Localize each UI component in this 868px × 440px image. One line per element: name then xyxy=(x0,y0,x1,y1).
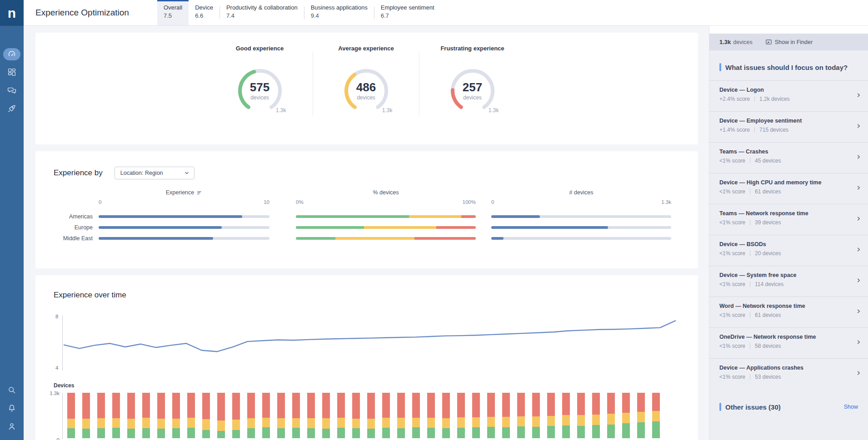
scores-gauge-icon xyxy=(7,49,16,59)
bar-segment-frustrating xyxy=(427,393,435,418)
bar-segment-average xyxy=(592,415,600,425)
bar-segment-good xyxy=(532,427,540,438)
accent-bar xyxy=(719,403,721,411)
issue-device-count: 45 devices xyxy=(755,158,781,164)
issue-item[interactable]: Device — Logon+2.4% score1.2k devices xyxy=(709,80,868,111)
issue-item[interactable]: Device — BSODs<1% score20 devices xyxy=(709,235,868,266)
bar-segment-average xyxy=(622,413,630,423)
bar-segment-frustrating xyxy=(67,393,75,419)
bar-segment-average xyxy=(157,419,165,429)
devices-bar xyxy=(457,393,465,438)
issue-item[interactable]: OneDrive — Network response time<1% scor… xyxy=(709,327,868,358)
sidebar-item-profile-person[interactable] xyxy=(0,417,24,435)
issue-device-count: 58 devices xyxy=(755,343,781,349)
device-count-fill xyxy=(491,237,504,240)
tab-score: 6.7 xyxy=(381,12,434,19)
issue-item[interactable]: Device — Applications crashes<1% score53… xyxy=(709,358,868,389)
region-row-middle-east[interactable]: Middle East xyxy=(54,233,680,244)
tab-device[interactable]: Device6.6 xyxy=(189,0,219,25)
sidebar-item-notifications-bell[interactable] xyxy=(0,399,24,417)
sort-descending-icon[interactable] xyxy=(196,190,202,196)
gauge-good-experience: Good experience575devices1.3k xyxy=(207,44,313,144)
issue-item[interactable]: Device — Employee sentiment+1.4% score71… xyxy=(709,111,868,142)
chevron-right-icon xyxy=(856,340,861,345)
other-issues-row: Other issues (30) Show xyxy=(709,403,868,411)
sidebar-item-search[interactable] xyxy=(0,381,24,399)
bar-segment-good xyxy=(232,430,240,438)
bar-segment-average xyxy=(232,420,240,430)
bar-segment-frustrating xyxy=(157,393,165,419)
bar-segment-average xyxy=(262,418,270,427)
bar-segment-good xyxy=(427,428,435,438)
issue-title: Device — Logon xyxy=(719,87,850,93)
tab-employee-sentiment[interactable]: Employee sentiment6.7 xyxy=(374,0,441,25)
experience-by-grid: Experience% devices# devices0100%100%01.… xyxy=(54,189,680,244)
group-by-dropdown[interactable]: Location: Region xyxy=(115,167,195,179)
devices-bar xyxy=(397,393,405,438)
region-label: Middle East xyxy=(54,235,99,242)
segment-good xyxy=(296,237,335,240)
region-row-americas[interactable]: Americas xyxy=(54,211,680,222)
bar-segment-frustrating xyxy=(352,393,360,419)
bar-segment-good xyxy=(352,428,360,438)
devices-scope-chip: 1.3k devices Show in Finder xyxy=(709,34,868,50)
issue-device-count: 20 devices xyxy=(755,250,781,257)
devices-stacked-bar-chart: 1.3k 0 xyxy=(62,393,680,439)
issues-panel: 1.3k devices Show in Finder What issues … xyxy=(709,26,868,440)
show-in-finder-label: Show in Finder xyxy=(775,39,813,45)
segment-average xyxy=(409,215,461,218)
bar-segment-average xyxy=(202,419,210,430)
region-row-europe[interactable]: Europe xyxy=(54,222,680,233)
column-header-experience: Experience xyxy=(99,189,269,196)
issue-item[interactable]: Device — System free space<1% score114 d… xyxy=(709,266,868,297)
bar-segment-average xyxy=(577,415,585,426)
show-other-issues-link[interactable]: Show xyxy=(844,404,858,410)
sidebar: n xyxy=(0,0,24,440)
sidebar-item-dashboards-grid[interactable] xyxy=(0,63,24,81)
issue-item[interactable]: Teams — Network response time<1% score39… xyxy=(709,204,868,235)
bar-segment-average xyxy=(472,417,480,427)
issue-score: +1.4% score xyxy=(719,127,750,133)
bar-segment-average xyxy=(217,420,225,431)
bar-segment-good xyxy=(367,429,375,438)
bar-segment-average xyxy=(247,418,255,428)
devices-bar xyxy=(322,393,330,438)
show-in-finder-button[interactable]: Show in Finder xyxy=(765,39,813,45)
segment-good xyxy=(296,226,364,229)
meta-divider xyxy=(750,251,750,256)
bar-segment-good xyxy=(382,428,390,438)
experience-score-bar xyxy=(99,237,269,240)
gauge-max-label: 1.3k xyxy=(276,107,286,114)
tab-business-applications[interactable]: Business applications9.4 xyxy=(304,0,374,25)
issue-meta: <1% score53 devices xyxy=(719,374,850,380)
issue-item[interactable]: Word — Network response time<1% score61 … xyxy=(709,297,868,327)
dashboards-grid-icon xyxy=(7,68,16,77)
meta-divider xyxy=(750,374,750,380)
devices-bar xyxy=(82,393,90,438)
sidebar-item-act-rocket[interactable] xyxy=(0,99,24,118)
bar-segment-average xyxy=(532,416,540,427)
score-tabs: Overall7.5Device6.6Productivity & collab… xyxy=(157,0,441,25)
meta-divider xyxy=(750,282,750,287)
bar-segment-good xyxy=(442,428,450,438)
nexthink-logo[interactable]: n xyxy=(0,0,24,26)
tab-productivity-collaboration[interactable]: Productivity & collaboration7.4 xyxy=(220,0,304,25)
tab-overall[interactable]: Overall7.5 xyxy=(157,0,189,25)
bar-segment-frustrating xyxy=(97,393,105,418)
active-pill xyxy=(3,48,20,60)
issue-item[interactable]: Teams — Crashes<1% score45 devices xyxy=(709,142,868,173)
issue-meta: <1% score61 devices xyxy=(719,188,850,195)
axis-min-max: 0%100% xyxy=(296,199,476,205)
bar-segment-frustrating xyxy=(502,393,510,417)
issue-item[interactable]: Device — High CPU and memory time<1% sco… xyxy=(709,173,868,204)
sidebar-item-engage-chat[interactable] xyxy=(0,81,24,99)
issue-title: OneDrive — Network response time xyxy=(719,334,850,340)
bar-segment-frustrating xyxy=(652,393,660,411)
bar-segment-good xyxy=(502,427,510,438)
sidebar-item-scores-gauge[interactable] xyxy=(0,45,24,63)
devices-bar xyxy=(127,393,135,438)
issue-title: Teams — Network response time xyxy=(719,210,850,217)
bar-segment-average xyxy=(142,418,150,428)
experience-line-svg xyxy=(62,315,677,371)
gauge-chart: 257devices1.3k xyxy=(446,66,499,114)
